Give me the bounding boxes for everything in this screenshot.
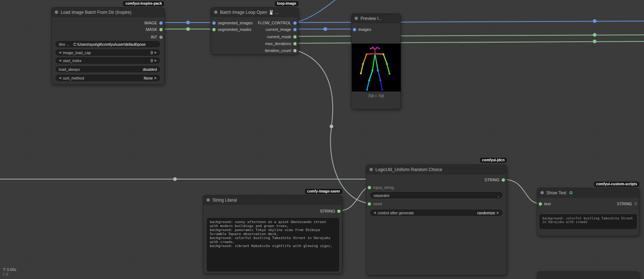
output-slot-current-image[interactable]: current_image: [266, 27, 297, 32]
slot-dot-image[interactable]: [159, 21, 163, 25]
collapse-dot-icon[interactable]: [55, 11, 58, 14]
node-logicutil-random-choice[interactable]: LogicUtil_Uniform Random Choice STRING i…: [366, 165, 507, 275]
slot-dot[interactable]: [368, 202, 371, 206]
stepper-right-icon[interactable]: ▶: [155, 76, 157, 80]
widget-label: image_load_cap: [63, 50, 91, 55]
output-slot-max-iterations[interactable]: max_iterations: [265, 41, 297, 46]
slot-label: FLOW_CONTROL: [258, 21, 291, 25]
collapse-dot-icon[interactable]: [355, 17, 358, 20]
wire-string-literal-to-input-string[interactable]: [339, 187, 369, 211]
slot-dot-mask[interactable]: [159, 28, 163, 31]
slot-dot[interactable]: [368, 186, 371, 189]
slot-dot[interactable]: [539, 202, 542, 206]
node-string-literal[interactable]: String Literal STRING background: sunny …: [203, 195, 342, 274]
output-slot-string[interactable]: STRING: [320, 208, 341, 214]
reroute-dot[interactable]: [323, 27, 327, 31]
partial-node-bottom-right[interactable]: [537, 271, 639, 279]
output-slot-iteration-count[interactable]: iteration_count: [265, 48, 297, 53]
slot-dot[interactable]: [212, 21, 216, 25]
input-slot-images[interactable]: images: [353, 27, 371, 32]
widget-image-load-cap[interactable]: ◀ image_load_cap 0 ▶: [56, 49, 160, 56]
output-slot-string[interactable]: STRING: [484, 177, 505, 183]
stepper-left-icon[interactable]: ◀: [59, 51, 61, 54]
collapse-dot-icon[interactable]: [214, 11, 217, 14]
slot-dot[interactable]: [293, 35, 297, 39]
output-slot-flow-control[interactable]: FLOW_CONTROL: [258, 20, 297, 26]
wire-current-mask-right[interactable]: [295, 35, 644, 36]
slot-label: INT: [151, 35, 157, 39]
show-text-output-box[interactable]: background: colorful bustling Takeshita …: [539, 214, 637, 229]
slot-label: iteration_count: [265, 48, 291, 53]
slot-dot[interactable]: [212, 28, 216, 31]
output-slot-current-mask[interactable]: current_mask: [267, 34, 297, 40]
stepper-left-icon[interactable]: ◀: [59, 59, 61, 62]
node-titlebar[interactable]: String Literal: [203, 195, 342, 205]
slot-label: segmented_images: [218, 21, 253, 25]
widget-load-always[interactable]: load_always disabled: [56, 66, 160, 72]
widget-sort-method[interactable]: ◀ sort_method None ▶: [56, 75, 160, 81]
widget-control-after-generate[interactable]: ◀ control after generate randomize ▶: [370, 210, 502, 216]
stepper-right-icon[interactable]: ▶: [497, 211, 499, 214]
wire-flow-control-up[interactable]: [295, 0, 337, 23]
node-titlebar[interactable]: Load Image Batch From Dir (Inspire): [52, 8, 164, 17]
slot-dot-int[interactable]: [159, 36, 163, 39]
node-batch-image-loop[interactable]: Batch Image Loop Open 🐰 ... segmented_im…: [211, 7, 298, 54]
widget-value: 0: [151, 58, 153, 63]
slot-dot[interactable]: [293, 42, 297, 45]
node-load-image-batch[interactable]: Load Image Batch From Dir (Inspire) IMAG…: [51, 7, 164, 85]
reroute-dot[interactable]: [330, 125, 333, 128]
reroute-dot[interactable]: [186, 21, 190, 24]
input-slot-text[interactable]: text: [539, 201, 551, 207]
input-slot-seed[interactable]: seed: [368, 201, 382, 207]
output-slot-string[interactable]: STRING ☰: [617, 201, 637, 207]
output-slot-mask[interactable]: MASK: [146, 27, 163, 32]
stat-time: T: 0.00s: [3, 267, 16, 272]
collapse-dot-icon[interactable]: [207, 198, 210, 202]
reroute-dot[interactable]: [593, 19, 596, 23]
node-preview-image[interactable]: Preview I... images: [351, 13, 401, 109]
show-text-extension-icon: ♻: [569, 190, 573, 195]
input-slot-segmented-masks[interactable]: segmented_masks: [212, 27, 251, 32]
widget-directory[interactable]: dire ... C:\Users\syui\git\comfyui\user\…: [56, 41, 160, 47]
slot-dot[interactable]: [353, 28, 356, 31]
wire-logicutil-to-show-text[interactable]: [504, 179, 540, 203]
node-badge-comfy-image-saver: comfy-image-saver: [305, 189, 342, 194]
reroute-dot[interactable]: [173, 177, 177, 181]
string-literal-textarea[interactable]: background: sunny afternoon on a quiet O…: [207, 218, 339, 271]
slot-dot[interactable]: [293, 28, 297, 31]
slot-label: seed: [373, 202, 382, 206]
list-grip-icon[interactable]: ☰: [634, 202, 637, 206]
node-titlebar[interactable]: Preview I...: [351, 14, 400, 23]
stepper-right-icon[interactable]: ▶: [155, 51, 157, 54]
collapse-dot-icon[interactable]: [541, 191, 544, 194]
output-slot-image[interactable]: IMAGE: [144, 20, 163, 26]
widget-start-index[interactable]: ◀ start_index 0 ▶: [56, 57, 160, 64]
input-slot-segmented-images[interactable]: segmented_images: [212, 20, 253, 26]
slot-dot[interactable]: [502, 178, 505, 182]
stepper-left-icon[interactable]: ◀: [374, 211, 376, 214]
reroute-dot[interactable]: [593, 40, 596, 43]
collapse-dot-icon[interactable]: [370, 168, 373, 171]
wire-flow-control-right[interactable]: [295, 21, 644, 23]
node-titlebar[interactable]: LogicUtil_Uniform Random Choice: [366, 165, 506, 174]
widget-label: sort_method: [63, 76, 84, 80]
input-slot-input-string[interactable]: input_string: [368, 185, 394, 190]
output-slot-int[interactable]: INT: [151, 34, 163, 40]
reroute-dot[interactable]: [186, 27, 190, 31]
stepper-right-icon[interactable]: ▶: [155, 59, 157, 62]
slot-dot[interactable]: [293, 21, 297, 25]
node-titlebar[interactable]: Batch Image Loop Open 🐰 ...: [211, 8, 298, 17]
widget-separator[interactable]: separator ,: [370, 192, 502, 198]
stepper-left-icon[interactable]: ◀: [59, 76, 61, 80]
slot-label: STRING: [484, 178, 500, 182]
reroute-dot[interactable]: [593, 33, 596, 37]
wire-max-iterations-right[interactable]: [295, 41, 644, 43]
node-graph-canvas[interactable]: comfyui-inspire-pack loop-image comfyui-…: [0, 0, 644, 279]
node-titlebar[interactable]: Show Text ♻: [537, 188, 639, 198]
node-badge-inspire-pack: comfyui-inspire-pack: [123, 1, 164, 6]
slot-dot[interactable]: [337, 210, 341, 213]
slot-dot[interactable]: [293, 49, 297, 52]
node-show-text[interactable]: Show Text ♻ text STRING ☰ background: co…: [537, 188, 639, 236]
widget-value: C:\Users\syui\git\comfyui\user\default\p…: [73, 42, 146, 46]
widget-value: ,: [498, 193, 499, 198]
